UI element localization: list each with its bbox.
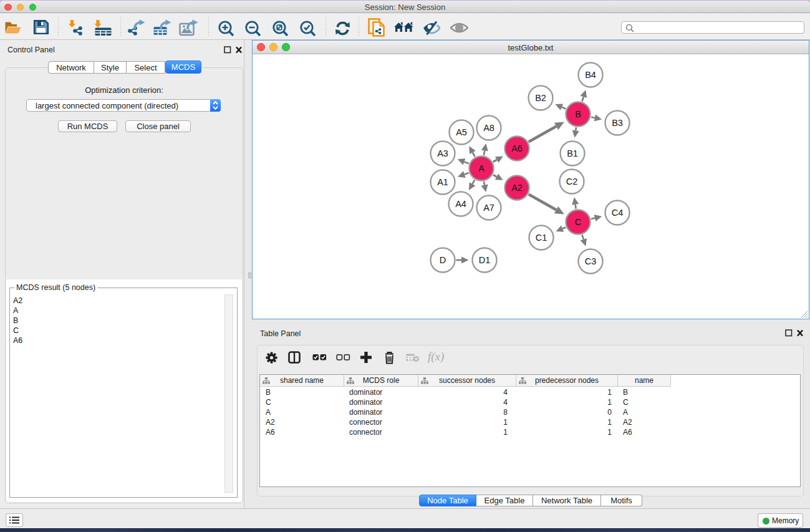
svg-text:B1: B1 — [567, 148, 578, 158]
svg-text:B4: B4 — [585, 70, 596, 80]
svg-text:C2: C2 — [566, 177, 578, 186]
svg-text:B3: B3 — [612, 118, 623, 128]
svg-text:D1: D1 — [479, 255, 491, 265]
svg-text:A5: A5 — [456, 127, 467, 137]
svg-text:A7: A7 — [483, 203, 494, 213]
svg-text:A3: A3 — [437, 148, 448, 158]
svg-text:C4: C4 — [612, 208, 624, 218]
svg-text:B2: B2 — [535, 93, 546, 103]
svg-text:A2: A2 — [511, 183, 523, 193]
svg-text:A4: A4 — [455, 199, 466, 209]
svg-text:B: B — [575, 109, 581, 119]
svg-text:D: D — [440, 255, 446, 265]
svg-text:C1: C1 — [536, 233, 547, 243]
svg-text:C: C — [575, 217, 581, 227]
svg-text:C3: C3 — [585, 256, 597, 266]
svg-text:A8: A8 — [483, 123, 494, 133]
svg-text:A1: A1 — [437, 177, 448, 187]
svg-text:A6: A6 — [511, 143, 523, 153]
svg-text:A: A — [478, 163, 485, 173]
